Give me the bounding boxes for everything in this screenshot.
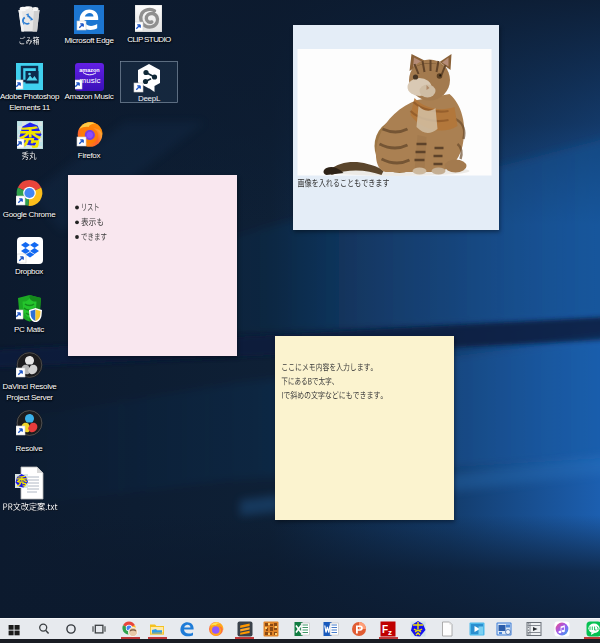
svg-text:music: music xyxy=(80,76,101,85)
svg-text:amazon: amazon xyxy=(79,67,100,73)
svg-text:z: z xyxy=(388,628,392,637)
